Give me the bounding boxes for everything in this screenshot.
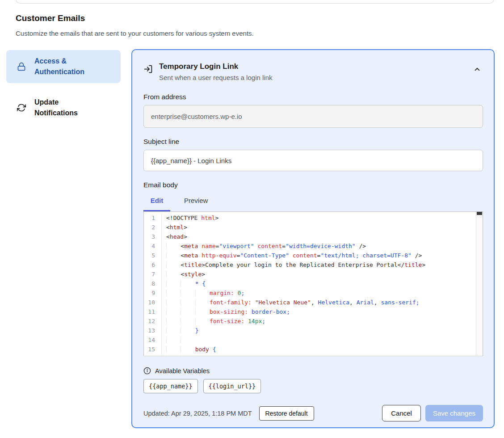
code-line: 8 * { [144, 279, 483, 288]
subject-line-field[interactable] [143, 150, 483, 171]
code-text: } [162, 326, 198, 335]
chevron-up-icon [473, 65, 481, 73]
line-number: 14 [144, 335, 162, 345]
code-line: 14 [144, 335, 483, 345]
code-text: * { [162, 279, 206, 288]
line-number: 7 [144, 270, 162, 279]
code-text: <style> [162, 270, 205, 279]
code-line: 9 margin: 0; [144, 288, 483, 298]
code-text [162, 335, 195, 345]
cancel-button[interactable]: Cancel [382, 405, 421, 421]
code-text: <title>Complete your login to the Replic… [162, 260, 425, 270]
sidebar-item-access-authentication[interactable]: Access & Authentication [6, 50, 121, 83]
code-text: font-family: "Helvetica Neue", Helvetica… [162, 298, 420, 307]
tab-preview[interactable]: Preview [178, 197, 214, 204]
line-number: 2 [144, 223, 162, 232]
editor-scrollbar[interactable] [476, 212, 483, 356]
login-icon [143, 64, 153, 74]
from-address-label: From address [143, 93, 483, 101]
refresh-icon [17, 103, 26, 112]
available-variables-label: Available Variables [155, 367, 210, 375]
panel-footer: Updated: Apr 29, 2025, 1:18 PM MDT Resto… [143, 405, 483, 421]
tab-edit[interactable]: Edit [143, 197, 170, 204]
code-editor[interactable]: 1<!DOCTYPE html>2<html>3<head>4 <meta na… [143, 211, 483, 356]
code-line: 5 <meta http-equiv="Content-Type" conten… [144, 251, 483, 260]
sidebar-item-update-notifications[interactable]: Update Notifications [6, 92, 121, 124]
code-line: 12 font-size: 14px; [144, 316, 483, 326]
code-text: font-size: 14px; [162, 316, 265, 326]
sidebar-item-label: Update Notifications [34, 97, 101, 118]
subject-line-label: Subject line [143, 138, 483, 146]
page-title: Customer Emails [16, 13, 85, 23]
collapse-button[interactable] [471, 63, 483, 75]
line-number: 6 [144, 260, 162, 270]
line-number: 16 [144, 354, 162, 356]
line-number: 11 [144, 307, 162, 316]
lock-icon [17, 62, 26, 71]
email-body-tabs: Edit Preview [143, 194, 483, 206]
code-text: <head> [162, 232, 187, 241]
from-address-field [143, 105, 483, 128]
email-body-editor-wrap: 1<!DOCTYPE html>2<html>3<head>4 <meta na… [143, 211, 483, 356]
temporary-login-link-panel: Temporary Login Link Sent when a user re… [131, 49, 495, 428]
sidebar: Access & Authentication Update Notificat… [6, 50, 121, 124]
email-body-label: Email body [143, 181, 483, 189]
line-number: 9 [144, 288, 162, 298]
code-line: 7 <style> [144, 270, 483, 279]
code-line: 13 } [144, 326, 483, 335]
code-text: <meta name="viewport" content="width=dev… [162, 241, 366, 251]
customer-emails-page: Customer Emails Customize the emails tha… [0, 0, 504, 438]
line-number: 15 [144, 345, 162, 354]
code-area[interactable]: 1<!DOCTYPE html>2<html>3<head>4 <meta na… [144, 213, 483, 356]
restore-default-button[interactable]: Restore default [259, 406, 314, 421]
save-changes-button[interactable]: Save changes [425, 405, 483, 421]
line-number: 5 [144, 251, 162, 260]
panel-title: Temporary Login Link [159, 61, 272, 72]
line-number: 8 [144, 279, 162, 288]
code-line: 2<html> [144, 223, 483, 232]
code-line: 1<!DOCTYPE html> [144, 213, 483, 223]
editor-scrollbar-thumb[interactable] [477, 212, 482, 215]
panel-header: Temporary Login Link Sent when a user re… [143, 61, 483, 83]
code-text: <meta http-equiv="Content-Type" content=… [162, 251, 422, 260]
line-number: 3 [144, 232, 162, 241]
line-number: 1 [144, 213, 162, 223]
panel-subtitle: Sent when a user requests a login link [159, 72, 272, 83]
page-subtitle: Customize the emails that are sent to yo… [16, 29, 254, 37]
code-text: body { [162, 345, 216, 354]
variable-chip[interactable]: {{login_url}} [203, 379, 261, 393]
code-line: 15 body { [144, 345, 483, 354]
variable-chip[interactable]: {{app_name}} [143, 379, 198, 393]
code-line: 16 background-color: #f6f9fc; [144, 354, 483, 356]
code-line: 6 <title>Complete your login to the Repl… [144, 260, 483, 270]
code-text: <!DOCTYPE html> [162, 213, 218, 223]
panel-header-text: Temporary Login Link Sent when a user re… [159, 61, 272, 83]
line-number: 13 [144, 326, 162, 335]
code-text: margin: 0; [162, 288, 244, 298]
line-number: 4 [144, 241, 162, 251]
previous-card-bottom-edge [16, 0, 494, 4]
code-line: 4 <meta name="viewport" content="width=d… [144, 241, 483, 251]
code-text: <html> [162, 223, 187, 232]
code-text: background-color: #f6f9fc; [162, 354, 300, 356]
code-line: 11 box-sizing: border-box; [144, 307, 483, 316]
line-number: 10 [144, 298, 162, 307]
sidebar-item-label: Access & Authentication [34, 56, 101, 77]
available-variables-header: Available Variables [143, 367, 483, 375]
code-text: box-sizing: border-box; [162, 307, 290, 316]
updated-timestamp: Updated: Apr 29, 2025, 1:18 PM MDT [143, 410, 252, 417]
line-number: 12 [144, 316, 162, 326]
code-line: 10 font-family: "Helvetica Neue", Helvet… [144, 298, 483, 307]
info-icon [143, 367, 151, 375]
variable-chips: {{app_name}}{{login_url}} [143, 379, 483, 393]
code-line: 3<head> [144, 232, 483, 241]
